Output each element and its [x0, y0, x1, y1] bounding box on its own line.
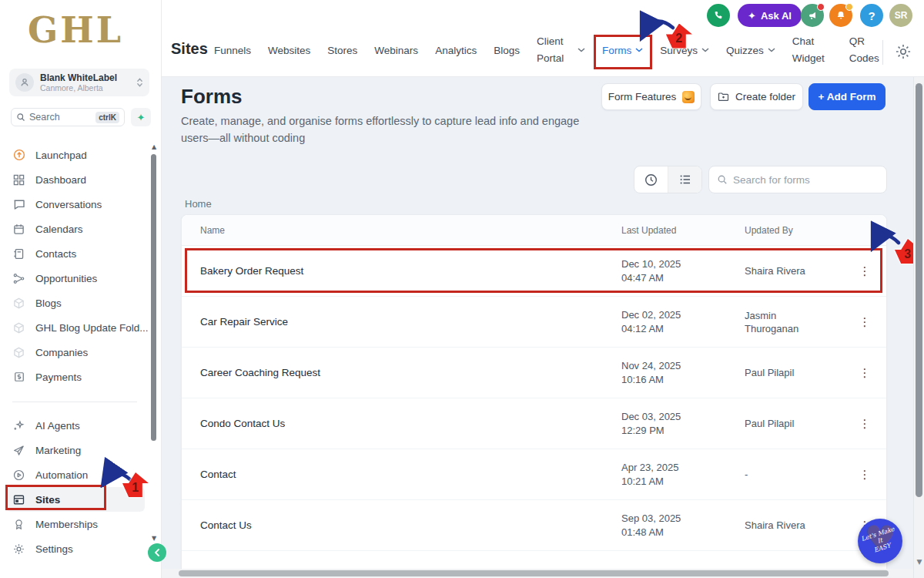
tab-blogs[interactable]: Blogs — [494, 45, 520, 56]
notifications-button[interactable] — [829, 4, 852, 27]
sidebar-search-input[interactable] — [29, 112, 80, 123]
sidebar-item-launchpad[interactable]: Launchpad — [0, 143, 149, 167]
sidebar-item-blogs[interactable]: Blogs — [0, 291, 149, 315]
create-folder-button[interactable]: Create folder — [710, 83, 803, 110]
scroll-down-arrow[interactable]: ▼ — [914, 558, 924, 566]
tab-analytics[interactable]: Analytics — [435, 45, 477, 56]
payments-icon — [12, 371, 25, 382]
tab-stores[interactable]: Stores — [327, 45, 357, 56]
sidebar-item-automation[interactable]: Automation — [0, 462, 149, 487]
horizontal-scroll-thumb[interactable] — [179, 570, 889, 576]
table-row[interactable]: Condo Contact Us Dec 03, 202512:29 PM Pa… — [182, 398, 886, 449]
sites-icon — [12, 494, 25, 506]
forms-search-input[interactable] — [733, 174, 879, 186]
forms-search[interactable] — [708, 166, 887, 193]
sidebar-search[interactable]: ctrlK — [11, 108, 125, 126]
tab-surveys[interactable]: Surveys — [660, 45, 709, 56]
tab-webinars[interactable]: Webinars — [374, 45, 418, 56]
form-name[interactable]: Contact Us — [200, 519, 621, 531]
updated-by: - — [745, 468, 829, 481]
page-title: Forms — [181, 85, 242, 109]
contacts-icon — [12, 248, 25, 260]
sidebar: GHL Blank WhiteLabel Canmore, Alberta ct… — [0, 0, 162, 578]
sidebar-item-payments[interactable]: Payments — [0, 365, 149, 389]
agency-logo: GHL — [0, 9, 151, 51]
form-name[interactable]: Contact — [200, 469, 621, 480]
announcements-button[interactable] — [801, 4, 824, 27]
form-name[interactable]: Car Repair Service — [200, 316, 621, 328]
ai-agents-icon — [12, 420, 25, 432]
sidebar-collapse-button[interactable] — [148, 543, 166, 562]
phone-icon — [713, 10, 725, 22]
switcher-chevrons-icon — [136, 77, 143, 88]
add-form-button[interactable]: + Add Form — [808, 83, 886, 110]
gear-icon — [12, 543, 25, 555]
last-updated: Dec 03, 202512:29 PM — [621, 410, 745, 438]
sidebar-item-dashboard[interactable]: Dashboard — [0, 167, 149, 192]
form-name[interactable]: Career Coaching Request — [200, 367, 621, 378]
paper-plane-icon — [12, 445, 25, 456]
party-face-icon — [682, 91, 695, 103]
sidebar-item-memberships[interactable]: Memberships — [0, 512, 149, 536]
user-avatar[interactable]: SR — [889, 4, 912, 27]
form-features-button[interactable]: Form Features — [601, 83, 701, 110]
updated-by: Shaira Rivera — [745, 264, 829, 277]
breadcrumb[interactable]: Home — [185, 198, 212, 210]
form-name[interactable]: Bakery Order Request — [200, 265, 621, 277]
table-row[interactable]: Bakery Order Request Dec 10, 202504:47 A… — [182, 246, 886, 297]
chevron-down-icon — [701, 48, 709, 52]
sidebar-item-marketing[interactable]: Marketing — [0, 438, 149, 462]
scroll-up-arrow[interactable]: ▲ — [149, 143, 159, 150]
tab-forms[interactable]: Forms 2 — [602, 45, 643, 56]
tab-quizzes[interactable]: Quizzes — [726, 45, 775, 56]
opportunities-icon — [12, 273, 25, 284]
table-row[interactable]: Career Coaching Request Nov 24, 202510:1… — [182, 348, 886, 398]
sidebar-divider — [12, 402, 137, 402]
sidebar-item-companies[interactable]: Companies — [0, 340, 149, 365]
row-menu-button[interactable]: ⋮ — [855, 468, 874, 482]
location-switcher[interactable]: Blank WhiteLabel Canmore, Alberta — [9, 69, 149, 96]
page-vertical-scrollbar[interactable]: ▼ — [913, 77, 924, 578]
ai-sparkle-button[interactable]: ✦ — [131, 108, 151, 126]
sidebar-scroll-thumb[interactable] — [151, 154, 156, 441]
sidebar-item-sites[interactable]: Sites 1 — [6, 487, 145, 512]
sidebar-scrollbar[interactable]: ▲ ▼ — [149, 143, 159, 548]
sidebar-item-calendars[interactable]: Calendars — [0, 217, 149, 241]
form-name[interactable]: Condo Contact Us — [200, 418, 621, 429]
notification-count-dot — [845, 3, 853, 11]
table-row[interactable]: Car Repair Service Dec 02, 202504:12 AM … — [182, 297, 886, 348]
row-menu-button[interactable]: ⋮ — [855, 366, 874, 380]
row-menu-button[interactable]: ⋮ — [855, 417, 874, 431]
settings-gear-icon[interactable] — [895, 43, 912, 60]
page-horizontal-scrollbar[interactable] — [162, 569, 913, 578]
tab-client-portal[interactable]: Client Portal — [537, 33, 585, 66]
row-menu-button[interactable]: ⋮ — [855, 315, 874, 329]
search-icon — [16, 113, 25, 122]
table-row[interactable]: Contact Apr 23, 202510:21 AM - ⋮ — [182, 449, 886, 500]
tab-qr-codes[interactable]: QR Codes — [849, 33, 886, 66]
sidebar-item-opportunities[interactable]: Opportunities — [0, 266, 149, 291]
ask-ai-button[interactable]: ✦ Ask AI — [738, 4, 802, 27]
sidebar-item-settings[interactable]: Settings — [0, 536, 149, 561]
tab-funnels[interactable]: Funnels — [214, 45, 251, 56]
chevron-down-icon — [578, 48, 585, 52]
updated-by: Jasmin Thuroganan — [745, 309, 829, 335]
tab-websites[interactable]: Websites — [268, 45, 310, 56]
recent-view-button[interactable] — [634, 166, 668, 193]
vertical-scroll-thumb[interactable] — [916, 83, 922, 497]
help-button[interactable]: ? — [860, 4, 883, 27]
forms-table: Name Last Updated Updated By Bakery Orde… — [181, 214, 887, 578]
sidebar-item-ai-agents[interactable]: AI Agents — [0, 413, 149, 438]
table-row[interactable]: Contact Us Sep 03, 202501:48 AM Shaira R… — [182, 500, 886, 551]
row-menu-button[interactable]: ⋮ — [855, 264, 874, 278]
scroll-down-arrow[interactable]: ▼ — [149, 535, 159, 542]
list-view-button[interactable] — [668, 166, 701, 193]
sidebar-item-contacts[interactable]: Contacts — [0, 241, 149, 266]
tab-chat-widget[interactable]: Chat Widget — [792, 33, 832, 66]
updated-by: Shaira Rivera — [745, 519, 829, 532]
phone-button[interactable] — [707, 4, 730, 27]
page-subtitle: Create, manage, and organise forms effor… — [181, 113, 581, 147]
sidebar-item-ghl-blog-update-folder[interactable]: GHL Blog Update Fold... — [0, 315, 149, 340]
sidebar-item-conversations[interactable]: Conversations — [0, 192, 149, 217]
lets-make-it-easy-badge[interactable]: ♥ Let's Make It EASY — [858, 519, 902, 563]
